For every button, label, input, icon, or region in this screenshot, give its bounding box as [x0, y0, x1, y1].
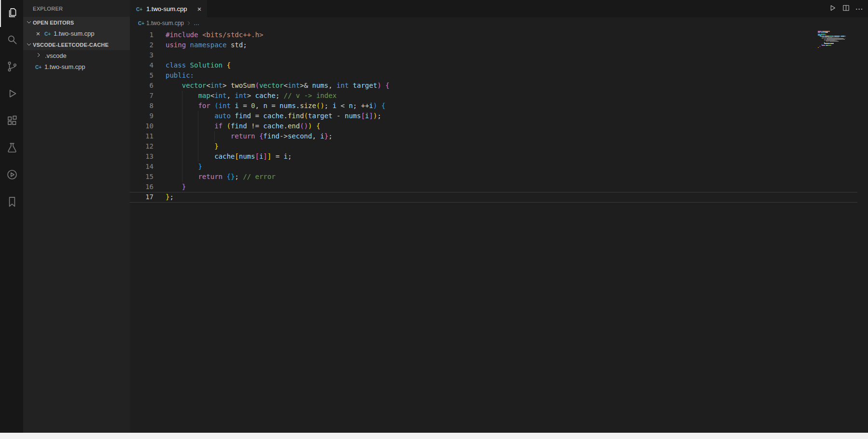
code-line-15[interactable]: 15 return {}; // error	[130, 172, 868, 182]
line-content: };	[166, 192, 174, 202]
indent-guide	[182, 111, 182, 121]
code-line-5[interactable]: 5public:	[130, 70, 868, 81]
line-number-14[interactable]: 14	[130, 162, 154, 172]
line-number-8[interactable]: 8	[130, 101, 154, 111]
line-number-11[interactable]: 11	[130, 131, 154, 141]
line-content: using namespace std;	[166, 40, 247, 50]
source-control-icon	[6, 60, 18, 75]
section-header-0[interactable]: OPEN EDITORS	[23, 17, 130, 28]
cpp-file-icon: C+	[138, 20, 145, 27]
line-number-13[interactable]: 13	[130, 151, 154, 162]
indent-guide	[182, 151, 182, 162]
activity-item-run-circle[interactable]	[0, 162, 23, 189]
run-code-button[interactable]	[826, 2, 839, 15]
line-content: return {}; // error	[166, 172, 276, 182]
line-number-4[interactable]: 4	[130, 60, 154, 70]
line-number-1[interactable]: 1	[130, 30, 154, 40]
sidebar-sections: OPEN EDITORS×C+1.two-sum.cppVSCODE-LEETC…	[23, 17, 130, 72]
minimap[interactable]	[818, 31, 857, 48]
more-actions-button[interactable]: ⋯	[853, 2, 866, 15]
line-number-9[interactable]: 9	[130, 111, 154, 121]
sidebar-section-1: VSCODE-LEETCODE-CACHE.vscodeC+1.two-sum.…	[23, 39, 130, 72]
indent-guide	[198, 111, 198, 121]
item-label: .vscode	[45, 52, 67, 59]
tabs: C+1.two-sum.cpp×	[130, 0, 207, 17]
code-line-2[interactable]: 2using namespace std;	[130, 40, 868, 50]
code-line-11[interactable]: 11 return {find->second, i};	[130, 131, 868, 141]
tab-1-two-sum-cpp[interactable]: C+1.two-sum.cpp×	[130, 0, 207, 17]
line-number-10[interactable]: 10	[130, 121, 154, 131]
activity-bar	[0, 0, 23, 433]
line-number-16[interactable]: 16	[130, 182, 154, 192]
line-content: }	[166, 182, 186, 192]
breadcrumb-segment-1[interactable]: …	[194, 20, 199, 27]
code-line-14[interactable]: 14 }	[130, 162, 868, 172]
page-bottom-strip	[0, 433, 868, 439]
code-line-12[interactable]: 12 }	[130, 141, 868, 151]
line-content: cache[nums[i]] = i;	[166, 151, 292, 162]
indent-guide	[198, 131, 198, 141]
line-number-7[interactable]: 7	[130, 91, 154, 101]
line-number-6[interactable]: 6	[130, 81, 154, 91]
chevron-down-icon	[25, 18, 33, 27]
activity-item-source-control[interactable]	[0, 54, 23, 81]
line-number-3[interactable]: 3	[130, 50, 154, 60]
tab-bar: C+1.two-sum.cpp× ⋯	[130, 0, 868, 17]
bookmark-icon	[6, 195, 18, 210]
code-line-17[interactable]: 17};	[130, 192, 868, 202]
breadcrumb-segment-0[interactable]: 1.two-sum.cpp	[146, 20, 184, 27]
editor-actions: ⋯	[826, 0, 866, 17]
code-line-10[interactable]: 10 if (find != cache.end()) {	[130, 121, 868, 131]
line-content: auto find = cache.find(target - nums[i])…	[166, 111, 381, 121]
vscode-window: EXPLORER OPEN EDITORS×C+1.two-sum.cppVSC…	[0, 0, 868, 439]
cpp-file-icon: C+	[136, 5, 143, 13]
beaker-icon	[6, 141, 18, 156]
section-label: OPEN EDITORS	[33, 20, 74, 26]
code-line-8[interactable]: 8 for (int i = 0, n = nums.size(); i < n…	[130, 101, 868, 111]
line-content: class Solution {	[166, 60, 231, 70]
code-line-1[interactable]: 1#include <bits/stdc++.h>	[130, 30, 868, 40]
sidebar-item--vscode[interactable]: .vscode	[23, 50, 130, 61]
activity-item-run-and-debug[interactable]	[0, 81, 23, 108]
code-line-4[interactable]: 4class Solution {	[130, 60, 868, 70]
code-line-7[interactable]: 7 map<int, int> cache; // v -> index	[130, 91, 868, 101]
code-line-9[interactable]: 9 auto find = cache.find(target - nums[i…	[130, 111, 868, 121]
line-number-5[interactable]: 5	[130, 70, 154, 81]
activity-item-bookmarks[interactable]	[0, 189, 23, 216]
code-line-3[interactable]: 3	[130, 50, 868, 60]
play-icon	[828, 4, 837, 14]
line-number-2[interactable]: 2	[130, 40, 154, 50]
activity-item-testing[interactable]	[0, 135, 23, 162]
line-number-17[interactable]: 17	[130, 192, 154, 202]
code-line-16[interactable]: 16 }	[130, 182, 868, 192]
line-content: if (find != cache.end()) {	[166, 121, 320, 131]
ellipsis-icon: ⋯	[855, 4, 864, 14]
activity-item-search[interactable]	[0, 27, 23, 54]
indent-guide	[182, 91, 182, 101]
run-debug-icon	[6, 87, 18, 102]
indent-guide	[182, 141, 182, 151]
line-number-12[interactable]: 12	[130, 141, 154, 151]
sidebar-item-1-two-sum-cpp[interactable]: C+1.two-sum.cpp	[23, 61, 130, 72]
tab-label: 1.two-sum.cpp	[146, 5, 187, 13]
main-layout: EXPLORER OPEN EDITORS×C+1.two-sum.cppVSC…	[0, 0, 868, 433]
line-content: public:	[166, 70, 194, 81]
code-area[interactable]: 1#include <bits/stdc++.h>2using namespac…	[130, 29, 868, 433]
indent-guide	[182, 121, 182, 131]
code-line-6[interactable]: 6 vector<int> twoSum(vector<int>& nums, …	[130, 81, 868, 91]
indent-guide	[182, 131, 182, 141]
code-line-13[interactable]: 13 cache[nums[i]] = i;	[130, 151, 868, 162]
breadcrumb-chevron-icon	[185, 20, 192, 27]
split-editor-button[interactable]	[839, 2, 853, 15]
activity-item-explorer[interactable]	[0, 0, 23, 27]
section-header-1[interactable]: VSCODE-LEETCODE-CACHE	[23, 39, 130, 50]
tab-close-icon[interactable]: ×	[197, 5, 202, 13]
sidebar-item-1-two-sum-cpp[interactable]: ×C+1.two-sum.cpp	[23, 28, 130, 39]
close-icon[interactable]: ×	[35, 30, 42, 37]
indent-guide	[198, 121, 198, 131]
item-label: 1.two-sum.cpp	[54, 30, 95, 37]
line-number-15[interactable]: 15	[130, 172, 154, 182]
activity-item-extensions[interactable]	[0, 108, 23, 135]
indent-guide	[198, 141, 198, 151]
chevron-right-icon	[35, 51, 42, 60]
